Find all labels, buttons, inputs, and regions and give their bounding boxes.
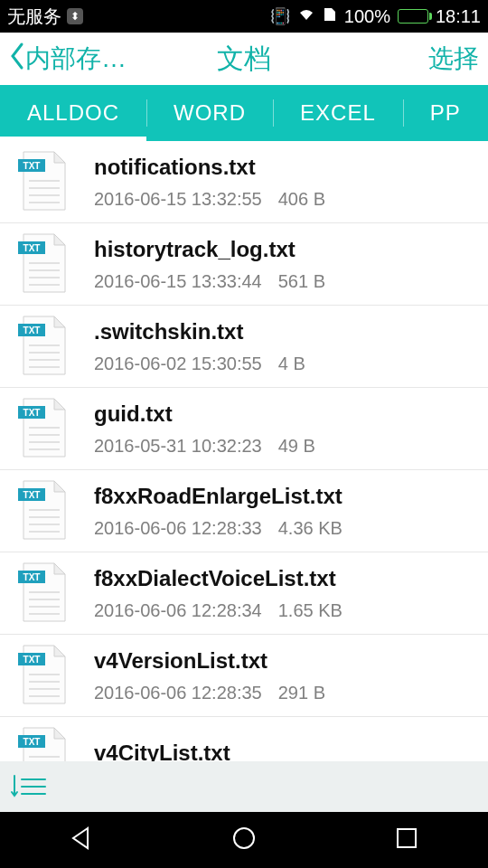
file-list: TXT notifications.txt2016-06-15 13:32:55… [0, 141, 488, 799]
file-row[interactable]: TXT v4VersionList.txt2016-06-06 12:28:35… [0, 635, 488, 717]
svg-text:TXT: TXT [23, 326, 41, 335]
file-name: guid.txt [94, 401, 475, 427]
txt-file-icon: TXT [13, 232, 76, 296]
tab-label: WORD [174, 100, 246, 126]
sd-card-icon [323, 6, 337, 27]
tab-alldoc[interactable]: ALLDOC [0, 85, 146, 141]
txt-file-icon: TXT [13, 561, 76, 625]
file-meta: 2016-05-31 10:32:2349 B [94, 436, 475, 457]
android-nav-bar [0, 812, 488, 868]
svg-rect-52 [398, 829, 416, 847]
back-button[interactable]: 内部存… [9, 41, 127, 78]
bottom-toolbar [0, 761, 488, 812]
chevron-left-icon [9, 41, 25, 78]
status-bar: 无服务 ⬍ 📳 100% 18:11 [0, 0, 488, 33]
file-meta: 2016-06-02 15:30:554 B [94, 354, 475, 374]
txt-file-icon: TXT [13, 315, 76, 378]
svg-text:TXT: TXT [23, 572, 41, 582]
file-date: 2016-05-31 10:32:23 [94, 436, 262, 456]
file-info: historytrack_log.txt2016-06-15 13:33:445… [76, 237, 475, 292]
file-size: 1.65 KB [278, 600, 343, 620]
file-row[interactable]: TXT notifications.txt2016-06-15 13:32:55… [0, 141, 488, 223]
svg-point-51 [234, 828, 254, 848]
nav-recent-button[interactable] [393, 825, 420, 855]
file-info: notifications.txt2016-06-15 13:32:55406 … [76, 155, 475, 210]
category-tabs: ALLDOCWORDEXCELPP [0, 85, 488, 141]
file-size: 291 B [278, 683, 325, 703]
svg-text:TXT: TXT [23, 161, 41, 171]
file-name: notifications.txt [94, 155, 475, 180]
file-row[interactable]: TXT f8xxDialectVoiceList.txt2016-06-06 1… [0, 552, 488, 635]
txt-file-icon: TXT [13, 479, 76, 542]
usb-badge-icon: ⬍ [67, 8, 83, 24]
file-date: 2016-06-06 12:28:35 [94, 683, 262, 703]
file-name: f8xxDialectVoiceList.txt [94, 566, 475, 591]
file-row[interactable]: TXT guid.txt2016-05-31 10:32:2349 B [0, 388, 488, 470]
file-meta: 2016-06-06 12:28:334.36 KB [94, 518, 475, 539]
status-time: 18:11 [436, 6, 481, 27]
page-title: 文档 [217, 41, 271, 78]
file-name: historytrack_log.txt [94, 237, 475, 262]
file-meta: 2016-06-06 12:28:35291 B [94, 683, 475, 703]
file-name: f8xxRoadEnlargeList.txt [94, 484, 475, 509]
file-meta: 2016-06-15 13:33:44561 B [94, 271, 475, 292]
file-name: v4VersionList.txt [94, 648, 475, 674]
nav-back-button[interactable] [68, 825, 95, 855]
select-button[interactable]: 选择 [428, 42, 479, 76]
vibrate-icon: 📳 [270, 6, 290, 26]
file-size: 561 B [278, 271, 325, 291]
file-date: 2016-06-15 13:33:44 [94, 271, 262, 291]
svg-text:TXT: TXT [23, 737, 41, 747]
svg-text:TXT: TXT [23, 655, 41, 665]
file-info: .switchskin.txt2016-06-02 15:30:554 B [76, 319, 475, 374]
wifi-icon [297, 7, 315, 26]
file-date: 2016-06-02 15:30:55 [94, 354, 262, 373]
file-size: 4.36 KB [278, 518, 343, 538]
file-date: 2016-06-06 12:28:34 [94, 600, 262, 620]
app-header: 内部存… 文档 选择 [0, 33, 488, 85]
file-date: 2016-06-06 12:28:33 [94, 518, 262, 538]
svg-text:TXT: TXT [23, 243, 41, 253]
file-info: v4VersionList.txt2016-06-06 12:28:35291 … [76, 648, 475, 703]
back-label: 内部存… [25, 42, 127, 76]
file-row[interactable]: TXT f8xxRoadEnlargeList.txt2016-06-06 12… [0, 470, 488, 552]
tab-label: ALLDOC [27, 100, 119, 126]
file-meta: 2016-06-06 12:28:341.65 KB [94, 600, 475, 621]
file-info: f8xxDialectVoiceList.txt2016-06-06 12:28… [76, 566, 475, 621]
file-info: guid.txt2016-05-31 10:32:2349 B [76, 401, 475, 457]
tab-label: PP [430, 100, 461, 126]
txt-file-icon: TXT [13, 150, 76, 213]
tab-word[interactable]: WORD [146, 85, 273, 141]
no-service-text: 无服务 [7, 5, 61, 29]
sort-icon [9, 772, 49, 801]
file-row[interactable]: TXT .switchskin.txt2016-06-02 15:30:554 … [0, 306, 488, 388]
sort-button[interactable] [9, 772, 49, 801]
file-size: 49 B [278, 436, 315, 456]
battery-icon [398, 9, 428, 24]
tab-label: EXCEL [300, 100, 376, 126]
tab-pp[interactable]: PP [403, 85, 488, 141]
txt-file-icon: TXT [13, 397, 76, 460]
file-name: .switchskin.txt [94, 319, 475, 344]
file-date: 2016-06-15 13:32:55 [94, 189, 262, 209]
battery-percent: 100% [344, 6, 390, 27]
tab-excel[interactable]: EXCEL [273, 85, 403, 141]
file-meta: 2016-06-15 13:32:55406 B [94, 189, 475, 210]
nav-home-button[interactable] [230, 825, 258, 855]
file-row[interactable]: TXT historytrack_log.txt2016-06-15 13:33… [0, 223, 488, 306]
file-info: f8xxRoadEnlargeList.txt2016-06-06 12:28:… [76, 484, 475, 539]
file-size: 406 B [278, 189, 325, 209]
svg-text:TXT: TXT [23, 490, 41, 500]
file-size: 4 B [278, 354, 305, 373]
txt-file-icon: TXT [13, 644, 76, 707]
svg-text:TXT: TXT [23, 408, 41, 418]
